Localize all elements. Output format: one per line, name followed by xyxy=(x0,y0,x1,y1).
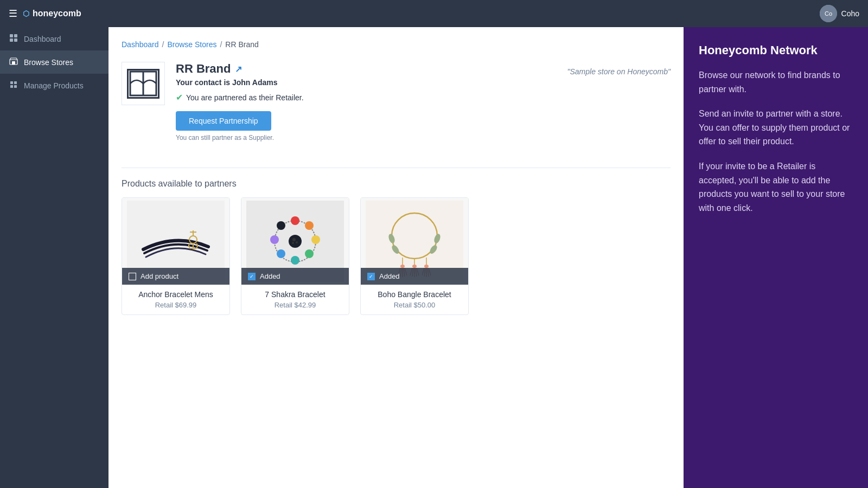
svg-rect-9 xyxy=(14,81,17,84)
product-image-2: ✓ Added xyxy=(361,198,468,285)
breadcrumb: Dashboard / Browse Stores / RR Brand xyxy=(122,40,671,49)
product-image-0: Add product xyxy=(122,198,229,285)
request-note: You can still partner as a Supplier. xyxy=(176,134,557,142)
product-overlay-2[interactable]: ✓ Added xyxy=(361,268,468,285)
svg-rect-3 xyxy=(14,34,17,37)
product-info-2: Boho Bangle Bracelet Retail $50.00 xyxy=(361,285,468,314)
avatar: Co xyxy=(820,5,837,22)
svg-point-30 xyxy=(289,235,302,248)
store-external-link-icon[interactable]: ↗ xyxy=(235,64,242,74)
svg-point-25 xyxy=(305,249,314,258)
product-price-1: Retail $42.99 xyxy=(247,301,343,309)
sidebar-item-manage-products[interactable]: Manage Products xyxy=(0,74,108,97)
product-overlay-0[interactable]: Add product xyxy=(122,268,229,285)
partner-check-icon: ✔ xyxy=(176,92,183,102)
product-add-check-2: ✓ xyxy=(367,273,375,280)
logo-icon: ⬡ xyxy=(23,9,29,18)
right-panel-text-0: Browse our network to find brands to par… xyxy=(699,68,853,96)
product-overlay-label-2: Added xyxy=(379,272,400,280)
sidebar-item-browse-stores-label: Browse Stores xyxy=(24,58,73,67)
avatar-image: Co xyxy=(820,5,837,22)
product-info-0: Anchor Bracelet Mens Retail $69.99 xyxy=(122,285,229,314)
product-name-2: Boho Bangle Bracelet xyxy=(366,290,463,299)
svg-rect-10 xyxy=(10,85,13,88)
store-logo xyxy=(122,62,165,105)
breadcrumb-sep-1: / xyxy=(162,40,164,49)
product-card-1[interactable]: ✓ Added 7 Shakra Bracelet Retail $42.99 xyxy=(241,197,349,315)
svg-text:Co: Co xyxy=(825,10,832,17)
product-overlay-label-0: Add product xyxy=(141,272,178,280)
right-panel-text-1: Send an invite to partner with a store. … xyxy=(699,107,853,149)
app-logo: ⬡ honeycomb xyxy=(23,9,81,18)
svg-rect-8 xyxy=(10,81,13,84)
svg-point-28 xyxy=(270,235,279,244)
product-card-0[interactable]: Add product Anchor Bracelet Mens Retail … xyxy=(122,197,230,315)
store-contact-name: John Adams xyxy=(232,78,278,87)
sidebar-item-manage-products-label: Manage Products xyxy=(24,81,84,90)
svg-rect-4 xyxy=(10,38,13,42)
main-wrapper: Dashboard / Browse Stores / RR Brand xyxy=(108,0,868,488)
store-tagline: "Sample store on Honeycomb" xyxy=(567,62,671,76)
store-logo-inner xyxy=(127,69,159,99)
product-add-check-1: ✓ xyxy=(248,273,256,280)
svg-rect-2 xyxy=(10,34,13,37)
dashboard-icon xyxy=(9,34,18,44)
sidebar-item-dashboard[interactable]: Dashboard xyxy=(0,27,108,50)
product-price-2: Retail $50.00 xyxy=(366,301,463,309)
svg-point-22 xyxy=(291,216,299,225)
products-grid: Add product Anchor Bracelet Mens Retail … xyxy=(122,197,671,315)
svg-point-23 xyxy=(305,221,314,230)
product-name-0: Anchor Bracelet Mens xyxy=(127,290,224,299)
main-content: Dashboard / Browse Stores / RR Brand xyxy=(108,27,684,488)
breadcrumb-dashboard[interactable]: Dashboard xyxy=(122,40,159,49)
sidebar: Dashboard Browse Stores Manage Products xyxy=(0,0,108,488)
request-partnership-button[interactable]: Request Partnership xyxy=(176,111,271,131)
logo-text: honeycomb xyxy=(33,9,81,18)
navbar: ☰ ⬡ honeycomb Co Coho xyxy=(0,0,868,27)
product-image-1: ✓ Added xyxy=(241,198,349,285)
breadcrumb-browse-stores[interactable]: Browse Stores xyxy=(167,40,216,49)
divider xyxy=(122,168,671,168)
hamburger-icon[interactable]: ☰ xyxy=(9,8,17,20)
svg-point-27 xyxy=(277,249,285,258)
product-overlay-1[interactable]: ✓ Added xyxy=(241,268,349,285)
store-name-row: RR Brand ↗ xyxy=(176,62,557,76)
svg-point-31 xyxy=(292,238,296,241)
product-name-1: 7 Shakra Bracelet xyxy=(247,290,343,299)
navbar-left: ☰ ⬡ honeycomb xyxy=(9,8,81,20)
product-add-check-0 xyxy=(129,273,136,280)
manage-products-icon xyxy=(9,80,18,91)
svg-rect-7 xyxy=(12,61,15,65)
product-card-2[interactable]: ✓ Added Boho Bangle Bracelet Retail $50.… xyxy=(360,197,469,315)
right-panel: Honeycomb Network Browse our network to … xyxy=(684,27,868,488)
svg-point-32 xyxy=(296,241,298,243)
svg-point-33 xyxy=(292,242,294,244)
store-info: RR Brand ↗ Your contact is John Adams ✔ … xyxy=(176,62,557,155)
product-price-0: Retail $69.99 xyxy=(127,301,224,309)
navbar-right: Co Coho xyxy=(820,5,859,22)
products-section: Products available to partners xyxy=(122,179,671,315)
store-contact: Your contact is John Adams xyxy=(176,78,557,87)
store-header: RR Brand ↗ Your contact is John Adams ✔ … xyxy=(122,62,671,155)
partner-status-text: You are partnered as their Retailer. xyxy=(186,93,304,102)
breadcrumb-sep-2: / xyxy=(220,40,222,49)
username: Coho xyxy=(841,9,859,18)
sidebar-item-browse-stores[interactable]: Browse Stores xyxy=(0,50,108,74)
product-overlay-label-1: Added xyxy=(260,272,280,280)
store-name-text: RR Brand xyxy=(176,62,231,76)
breadcrumb-current: RR Brand xyxy=(225,40,258,49)
products-section-title: Products available to partners xyxy=(122,179,671,189)
browse-stores-icon xyxy=(9,57,18,67)
svg-point-29 xyxy=(277,221,285,230)
sidebar-item-dashboard-label: Dashboard xyxy=(24,35,61,43)
svg-rect-11 xyxy=(14,85,17,88)
product-info-1: 7 Shakra Bracelet Retail $42.99 xyxy=(241,285,349,314)
svg-rect-5 xyxy=(14,38,17,42)
svg-point-26 xyxy=(291,256,299,265)
store-partner-status: ✔ You are partnered as their Retailer. xyxy=(176,92,557,102)
right-panel-text-2: If your invite to be a Retailer is accep… xyxy=(699,159,853,215)
right-panel-title: Honeycomb Network xyxy=(699,43,853,57)
svg-point-24 xyxy=(311,235,320,244)
